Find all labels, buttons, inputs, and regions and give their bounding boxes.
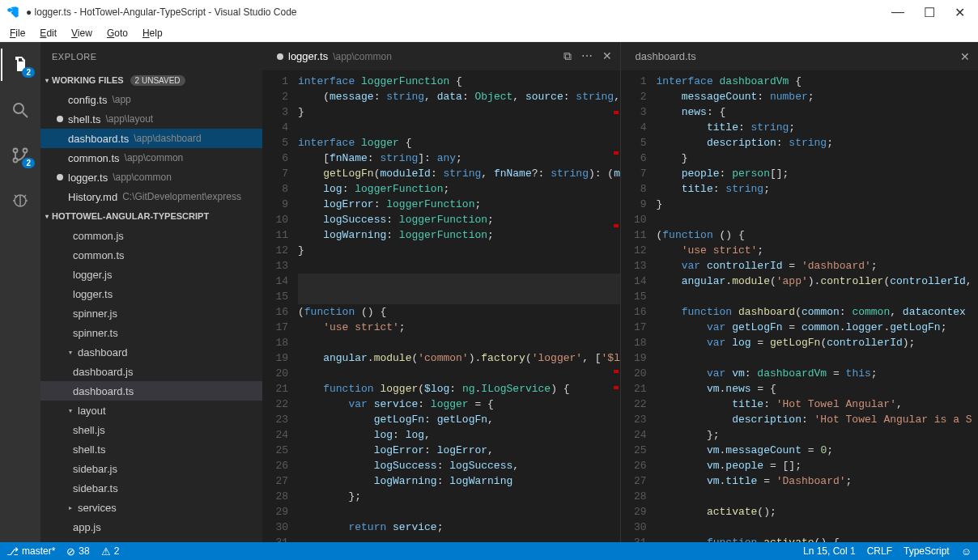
menu-file[interactable]: File xyxy=(3,26,32,40)
tab-logger[interactable]: logger.ts \app\common xyxy=(270,42,398,70)
tab-filepath: \app\common xyxy=(333,51,392,62)
tab-close-icon[interactable]: ✕ xyxy=(602,49,612,63)
file-path: C:\GitDevelopment\express xyxy=(122,191,241,202)
working-file-row[interactable]: History.mdC:\GitDevelopment\express xyxy=(40,187,262,206)
file-name: History.md xyxy=(68,191,117,203)
activitybar-explorer[interactable]: 2 xyxy=(1,49,40,81)
search-icon xyxy=(11,100,30,120)
tree-folder[interactable]: ▾layout xyxy=(40,401,262,420)
tree-file[interactable]: spinner.ts xyxy=(40,323,262,342)
caret-down-icon: ▾ xyxy=(45,77,49,84)
feedback-icon[interactable]: ☺ xyxy=(961,545,972,558)
file-path: \app\common xyxy=(113,172,172,183)
editor-pane-left: logger.ts \app\common ⧉ ⋯ ✕ 123456789101… xyxy=(262,42,621,542)
tree-file[interactable]: common.ts xyxy=(40,245,262,265)
scm-badge: 2 xyxy=(22,158,35,168)
tree-item-label: dashboard.js xyxy=(73,366,133,378)
editor-pane-right: dashboard.ts ✕ 1234567891011121314151617… xyxy=(621,42,979,542)
project-label: HOTTOWEL-ANGULAR-TYPESCRIPT xyxy=(52,211,209,221)
status-language[interactable]: TypeScript xyxy=(904,545,950,557)
status-warnings[interactable]: ⚠ 2 xyxy=(101,545,120,558)
status-eol[interactable]: CRLF xyxy=(867,545,892,557)
caret-icon: ▾ xyxy=(66,407,74,414)
tree-file[interactable]: spinner.js xyxy=(40,303,262,323)
tree-file[interactable]: app.js xyxy=(40,517,262,537)
vscode-logo-icon xyxy=(6,6,19,19)
branch-icon: ⎇ xyxy=(6,545,19,558)
tabbar-left: logger.ts \app\common ⧉ ⋯ ✕ xyxy=(262,42,620,70)
working-file-row[interactable]: common.ts\app\common xyxy=(40,148,262,168)
tree-item-label: dashboard xyxy=(78,346,127,358)
menu-help[interactable]: Help xyxy=(136,26,169,40)
svg-point-3 xyxy=(14,159,18,163)
working-file-row[interactable]: shell.ts\app\layout xyxy=(40,109,262,129)
more-icon[interactable]: ⋯ xyxy=(581,49,593,63)
svg-point-0 xyxy=(14,104,23,113)
tab-filename: logger.ts xyxy=(288,50,328,62)
tree-file[interactable]: common.js xyxy=(40,226,262,245)
tree-file[interactable]: logger.ts xyxy=(40,284,262,303)
code-area-left[interactable]: 1234567891011121314151617181920212223242… xyxy=(262,70,620,542)
file-path: \app xyxy=(112,94,130,105)
activitybar: 2 2 xyxy=(0,42,40,542)
code-content-left[interactable]: interface loggerFunction { (message: str… xyxy=(298,70,620,542)
file-path: \app\layout xyxy=(105,113,153,125)
minimize-icon[interactable]: — xyxy=(891,5,904,20)
overview-ruler xyxy=(609,70,620,542)
titlebar: ● logger.ts - HotTowel-Angular-TypeScrip… xyxy=(0,0,978,24)
file-path: \app\dashboard xyxy=(134,133,201,144)
working-file-row[interactable]: logger.ts\app\common xyxy=(40,168,262,187)
tree-file[interactable]: dashboard.ts xyxy=(40,381,262,401)
file-name: logger.ts xyxy=(68,172,108,184)
tree-item-label: app.js xyxy=(73,521,101,533)
working-files-header[interactable]: ▾ WORKING FILES 2 UNSAVED xyxy=(40,70,262,90)
svg-point-4 xyxy=(23,149,28,153)
tab-close-icon[interactable]: ✕ xyxy=(960,50,970,63)
tree-file[interactable]: sidebar.ts xyxy=(40,478,262,498)
menu-view[interactable]: View xyxy=(65,26,99,40)
project-header[interactable]: ▾ HOTTOWEL-ANGULAR-TYPESCRIPT xyxy=(40,206,262,226)
tab-dashboard[interactable]: dashboard.ts xyxy=(629,42,703,70)
tree-file[interactable]: app.ts xyxy=(40,537,262,542)
tree-item-label: spinner.js xyxy=(73,308,117,320)
maximize-icon[interactable]: ☐ xyxy=(924,5,935,20)
menu-edit[interactable]: Edit xyxy=(33,26,63,40)
code-area-right[interactable]: 1234567891011121314151617181920212223242… xyxy=(621,70,979,542)
close-icon[interactable]: ✕ xyxy=(955,5,965,20)
tree-item-label: services xyxy=(78,502,117,514)
split-editor-icon[interactable]: ⧉ xyxy=(563,49,572,63)
status-errors[interactable]: ⊘ 38 xyxy=(66,545,89,558)
dirty-dot-icon xyxy=(57,116,63,122)
tree-file[interactable]: shell.js xyxy=(40,420,262,439)
svg-line-9 xyxy=(15,195,17,197)
tree-item-label: sidebar.ts xyxy=(73,482,118,494)
tree-item-label: shell.js xyxy=(73,424,105,436)
working-file-row[interactable]: dashboard.ts\app\dashboard xyxy=(40,129,262,148)
svg-point-2 xyxy=(14,149,18,153)
caret-icon: ▾ xyxy=(66,349,74,356)
svg-line-10 xyxy=(23,195,26,197)
dirty-dot-icon xyxy=(277,53,283,60)
activitybar-debug[interactable] xyxy=(1,185,40,217)
activitybar-scm[interactable]: 2 xyxy=(1,139,40,172)
file-name: shell.ts xyxy=(68,113,100,125)
file-path: \app\common xyxy=(125,152,184,163)
tree-file[interactable]: dashboard.js xyxy=(40,362,262,381)
explorer-badge: 2 xyxy=(22,67,35,78)
working-files-list: config.ts\appshell.ts\app\layoutdashboar… xyxy=(40,90,262,206)
status-branch[interactable]: ⎇ master* xyxy=(6,545,55,558)
tree-file[interactable]: logger.js xyxy=(40,265,262,284)
tree-file[interactable]: shell.ts xyxy=(40,439,262,459)
tree-file[interactable]: sidebar.js xyxy=(40,459,262,478)
line-numbers-left: 1234567891011121314151617181920212223242… xyxy=(262,70,298,542)
tree-folder[interactable]: ▸services xyxy=(40,498,262,517)
activitybar-search[interactable] xyxy=(1,94,40,126)
working-file-row[interactable]: config.ts\app xyxy=(40,90,262,109)
file-name: dashboard.ts xyxy=(68,133,129,145)
code-content-right[interactable]: interface dashboardVm { messageCount: nu… xyxy=(657,70,979,542)
status-position[interactable]: Ln 15, Col 1 xyxy=(803,545,856,557)
file-tree: common.jscommon.tslogger.jslogger.tsspin… xyxy=(40,226,262,542)
menu-goto[interactable]: Goto xyxy=(100,26,134,40)
tree-folder[interactable]: ▾dashboard xyxy=(40,342,262,362)
explorer-sidebar: EXPLORE ▾ WORKING FILES 2 UNSAVED config… xyxy=(40,42,262,542)
